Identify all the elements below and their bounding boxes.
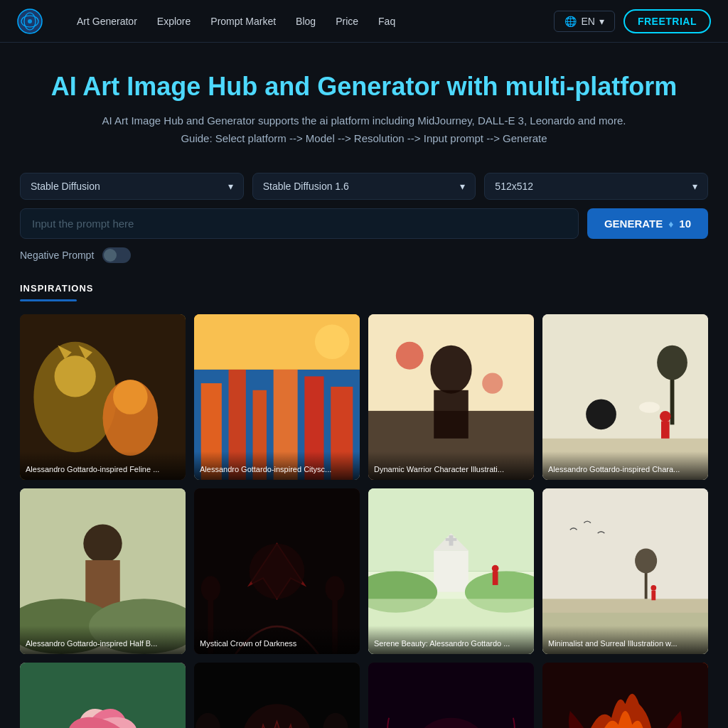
hero-guide: Guide: Select platform --> Model --> Res… — [14, 132, 714, 144]
gallery-item-cityscape[interactable]: Alessandro Gottardo-inspired Citysc... — [194, 314, 360, 480]
nav-price[interactable]: Price — [336, 16, 358, 27]
lang-label: EN — [581, 16, 594, 27]
resolution-chevron-icon: ▾ — [692, 181, 697, 192]
svg-point-45 — [325, 576, 344, 601]
nav-faq[interactable]: Faq — [378, 16, 395, 27]
gallery-item-serene[interactable]: Serene Beauty: Alessandro Gottardo ... — [368, 488, 534, 654]
dropdowns-row: Stable Diffusion MidJourney DALL-E 3 Leo… — [20, 173, 708, 200]
gallery-grid: Alessandro Gottardo-inspired Feline ... — [20, 314, 708, 728]
nav-links: Art Generator Explore Prompt Market Blog… — [77, 16, 531, 27]
gallery-item-half[interactable]: Alessandro Gottardo-inspired Half B... — [20, 488, 186, 654]
controls-section: Stable Diffusion MidJourney DALL-E 3 Leo… — [9, 173, 719, 263]
svg-rect-24 — [434, 390, 469, 439]
svg-point-33 — [586, 400, 616, 430]
lang-chevron-icon: ▾ — [599, 16, 604, 27]
gallery-label-half: Alessandro Gottardo-inspired Half B... — [20, 626, 186, 654]
gallery-label-crown-dark: Mystical Crown of Darkness — [194, 626, 360, 654]
negative-prompt-label: Negative Prompt — [20, 250, 94, 261]
svg-rect-48 — [434, 551, 469, 592]
generate-label: GENERATE — [604, 218, 663, 230]
svg-point-8 — [113, 380, 148, 414]
generate-button[interactable]: GENERATE ♦ 10 — [587, 208, 708, 239]
platform-dropdown[interactable]: Stable Diffusion MidJourney DALL-E 3 Leo… — [20, 173, 244, 200]
navbar: Art Generator Explore Prompt Market Blog… — [0, 0, 728, 43]
svg-rect-61 — [651, 591, 655, 601]
hero-subtitle: AI Art Image Hub and Generator supports … — [14, 114, 714, 127]
svg-point-56 — [492, 565, 499, 572]
gallery-item-crown-dark[interactable]: Mystical Crown of Darkness — [194, 488, 360, 654]
nav-blog[interactable]: Blog — [296, 16, 316, 27]
gallery-item-lotus[interactable]: Alessandro Gottardo-inspired Lotus ... — [20, 663, 186, 728]
svg-point-26 — [482, 373, 503, 394]
svg-point-62 — [651, 585, 656, 591]
resolution-dropdown[interactable]: 512x512 768x768 728x728 ▾ — [484, 173, 708, 200]
model-dropdown[interactable]: Stable Diffusion 1.6 Stable Diffusion 2.… — [252, 173, 476, 200]
generate-credits: 10 — [679, 218, 691, 230]
svg-point-60 — [635, 549, 657, 574]
svg-point-36 — [83, 525, 122, 563]
svg-point-6 — [55, 355, 96, 397]
free-trial-button[interactable]: FREETRIAL — [623, 9, 711, 33]
platform-select[interactable]: Stable Diffusion MidJourney DALL-E 3 Leo… — [31, 181, 228, 192]
svg-point-31 — [660, 411, 671, 422]
gallery-item-warrior[interactable]: Dynamic Warrior Character Illustrati... — [368, 314, 534, 480]
nav-prompt-market[interactable]: Prompt Market — [210, 16, 276, 27]
inspirations-section: INSPIRATIONS Alessandro Gottardo-inspire… — [9, 283, 719, 728]
platform-chevron-icon: ▾ — [228, 181, 233, 192]
hero-title: AI Art Image Hub and Generator with mult… — [14, 71, 714, 102]
svg-rect-55 — [493, 572, 498, 585]
nav-explore[interactable]: Explore — [157, 16, 191, 27]
prompt-input[interactable] — [20, 208, 579, 239]
svg-point-34 — [639, 402, 660, 413]
svg-point-20 — [315, 325, 350, 360]
negative-prompt-toggle[interactable] — [102, 247, 131, 263]
svg-point-23 — [430, 346, 471, 394]
globe-icon: 🌐 — [564, 16, 577, 27]
svg-point-43 — [201, 576, 220, 601]
svg-point-41 — [250, 544, 305, 599]
gallery-label-character: Alessandro Gottardo-inspired Chara... — [542, 451, 708, 480]
gallery-item-dark-majesty[interactable]: Dark Majesty: A Crown Inspired by ... — [194, 663, 360, 728]
svg-point-25 — [396, 342, 424, 370]
nav-right: 🌐 EN ▾ FREETRIAL — [554, 9, 711, 33]
hero-section: AI Art Image Hub and Generator with mult… — [0, 43, 728, 173]
gem-icon: ♦ — [668, 218, 673, 230]
svg-point-3 — [28, 19, 32, 23]
gallery-label-serene: Serene Beauty: Alessandro Gottardo ... — [368, 626, 534, 654]
gallery-item-feline[interactable]: Alessandro Gottardo-inspired Feline ... — [20, 314, 186, 480]
gallery-label-warrior: Dynamic Warrior Character Illustrati... — [368, 451, 534, 480]
nav-art-generator[interactable]: Art Generator — [77, 16, 137, 27]
gallery-item-demonic1[interactable]: Demonic Crown in the Style of Aless... — [368, 663, 534, 728]
model-select[interactable]: Stable Diffusion 1.6 Stable Diffusion 2.… — [263, 181, 461, 192]
model-chevron-icon: ▾ — [460, 181, 465, 192]
svg-point-29 — [657, 346, 687, 380]
negative-prompt-row: Negative Prompt — [20, 247, 708, 263]
inspirations-underline — [20, 299, 77, 301]
gallery-label-cityscape: Alessandro Gottardo-inspired Citysc... — [194, 451, 360, 480]
gallery-item-character[interactable]: Alessandro Gottardo-inspired Chara... — [542, 314, 708, 480]
gallery-item-demonic2[interactable]: Demonic Crown in Alessandro Allori... — [542, 663, 708, 728]
svg-rect-51 — [446, 538, 457, 541]
logo-icon — [17, 9, 43, 34]
language-button[interactable]: 🌐 EN ▾ — [554, 11, 614, 32]
logo[interactable] — [17, 9, 43, 34]
gallery-item-minimalist[interactable]: Minimalist and Surreal Illustration w... — [542, 488, 708, 654]
gallery-label-feline: Alessandro Gottardo-inspired Feline ... — [20, 451, 186, 480]
prompt-row: GENERATE ♦ 10 — [20, 208, 708, 239]
inspirations-title: INSPIRATIONS — [20, 283, 708, 294]
resolution-select[interactable]: 512x512 768x768 728x728 — [495, 181, 692, 192]
gallery-label-minimalist: Minimalist and Surreal Illustration w... — [542, 626, 708, 654]
